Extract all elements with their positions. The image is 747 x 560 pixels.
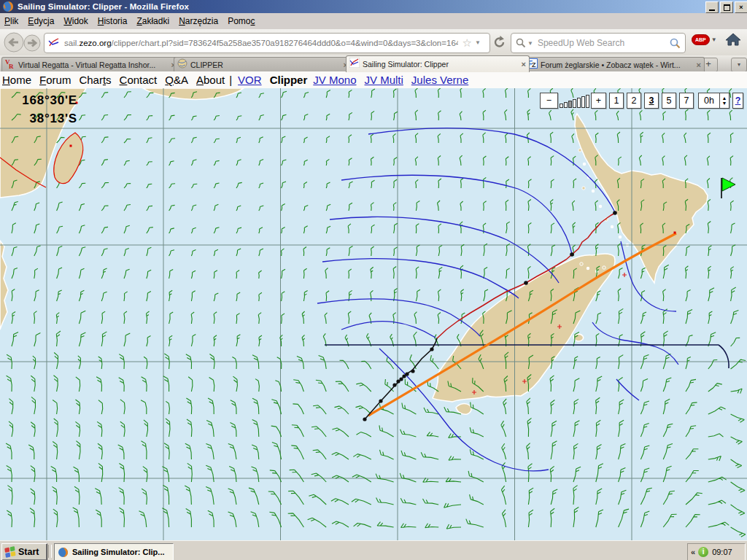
tab-title: Sailing Simulator: Clipper	[363, 60, 519, 69]
wind-barb	[249, 488, 259, 505]
wind-barb	[326, 136, 330, 143]
islet-speck	[580, 262, 583, 265]
tab-2[interactable]: CLIPPER×	[174, 57, 352, 72]
menu-zakladki[interactable]: Zakładki	[132, 15, 174, 28]
wind-barb	[596, 445, 602, 459]
minimize-icon	[709, 9, 715, 11]
tab-1[interactable]: VRVirtual Regatta - Virtual Regatta Insh…	[1, 57, 179, 72]
wind-barb	[414, 332, 417, 346]
search-box[interactable]: ▼ SpeedUp Web Search	[511, 33, 686, 53]
restore-button[interactable]	[720, 1, 733, 13]
wind-barb	[119, 488, 125, 505]
wind-barb	[371, 89, 375, 98]
wind-barb	[303, 160, 307, 166]
zoom-in-button[interactable]: +	[591, 93, 606, 109]
wind-barb	[7, 510, 12, 527]
days-button-5[interactable]: 5	[662, 93, 676, 109]
home-button[interactable]	[725, 32, 741, 47]
url-bar[interactable]: sail.zezo.org/clipper/chart.pl?sid=78362…	[44, 33, 490, 53]
wind-barb	[506, 268, 510, 279]
wind-barb	[53, 442, 57, 460]
nav-link-vor[interactable]: VOR	[238, 74, 262, 86]
chart-map[interactable]: 168°30'E 38°13'S −+123570h▲▼?	[0, 88, 747, 540]
wind-barb	[707, 179, 710, 189]
wind-barb	[311, 427, 326, 437]
svg-text:Z: Z	[532, 61, 536, 69]
taskbar-window-button[interactable]: Sailing Simulator: Clip...	[54, 543, 174, 560]
minimize-button[interactable]	[705, 1, 719, 13]
wind-barb	[401, 451, 416, 459]
days-button-1[interactable]: 1	[609, 93, 624, 109]
wind-barbs-layer	[6, 88, 746, 537]
wind-barb	[506, 88, 508, 98]
wind-barb	[144, 420, 148, 437]
wind-barb	[188, 377, 193, 392]
tab-4[interactable]: FZForum żeglarskie • Zobacz wątek - Wirt…	[524, 57, 705, 72]
wind-barb	[619, 509, 629, 527]
search-engine-dropdown-icon[interactable]: ▼	[527, 40, 533, 47]
bookmark-dropdown-icon[interactable]: ▼	[475, 39, 481, 46]
days-button-3[interactable]: 3	[644, 93, 659, 109]
wind-barb	[686, 246, 690, 256]
adblock-plus-button[interactable]: ABP ▼	[692, 34, 717, 45]
search-engine-icon[interactable]	[516, 38, 526, 48]
wind-barb	[169, 250, 174, 256]
back-forward-buttons[interactable]	[3, 31, 44, 54]
wind-barb	[423, 499, 439, 505]
taskbar-clock: 09:07	[712, 548, 732, 556]
nav-link-jv-multi[interactable]: JV Multi	[365, 74, 403, 86]
days-button-2[interactable]: 2	[627, 93, 641, 109]
wind-barb	[731, 311, 739, 324]
menu-edycja[interactable]: Edycja	[23, 15, 59, 28]
nav-link-charts[interactable]: Charts	[79, 74, 111, 86]
menu-historia[interactable]: Historia	[93, 15, 133, 28]
close-button[interactable]: ×	[735, 1, 747, 13]
menu-narzedzia[interactable]: Narzędzia	[174, 15, 223, 28]
wind-barb	[282, 292, 285, 301]
tray-chevron-icon[interactable]: «	[691, 548, 695, 556]
wind-barb	[506, 200, 508, 211]
tab-3-active[interactable]: Sailing Simulator: Clipper×	[346, 55, 530, 72]
menu-widok[interactable]: Widok	[59, 15, 93, 28]
time-spinner[interactable]: ▲▼	[720, 93, 729, 109]
wind-barb	[206, 465, 214, 482]
wind-barb	[527, 398, 530, 414]
nav-link-forum[interactable]: Forum	[39, 74, 71, 86]
wind-barb	[54, 353, 58, 370]
route-point-dot	[570, 252, 574, 257]
islet-speck	[611, 225, 614, 228]
bookmark-star-icon[interactable]: ☆	[462, 36, 472, 50]
wind-barb	[101, 332, 107, 346]
wind-barb	[124, 333, 130, 346]
reload-button[interactable]	[493, 36, 506, 49]
menu-plik[interactable]: Plik	[0, 15, 23, 28]
wind-barb	[414, 312, 417, 324]
wind-barb	[12, 223, 16, 233]
nav-link-contact[interactable]: Contact	[120, 74, 158, 86]
nav-link-q-a[interactable]: Q&A	[165, 74, 188, 86]
wind-barb	[142, 489, 147, 505]
wind-barb	[550, 132, 553, 143]
tray-info-icon[interactable]: i	[698, 547, 708, 557]
nav-link-jv-mono[interactable]: JV Mono	[313, 74, 356, 86]
start-button[interactable]: Start	[1, 543, 47, 560]
menu-pomoc[interactable]: Pomoc	[223, 15, 260, 28]
wind-barb	[551, 400, 555, 415]
help-button[interactable]: ?	[732, 93, 743, 109]
tab-close-icon[interactable]: ×	[697, 61, 701, 69]
tab-list-dropdown[interactable]: ▾	[731, 58, 747, 72]
nav-link-jules-verne[interactable]: Jules Verne	[411, 74, 468, 86]
nav-link-clipper[interactable]: Clipper	[270, 74, 308, 86]
nav-link-about[interactable]: About	[196, 74, 225, 86]
nav-link-home[interactable]: Home	[2, 74, 31, 86]
zoom-out-button[interactable]: −	[540, 93, 558, 109]
search-go-icon[interactable]	[670, 38, 681, 49]
days-button-7[interactable]: 7	[679, 93, 694, 109]
tab-close-icon[interactable]: ×	[522, 60, 526, 69]
abp-dropdown-icon[interactable]: ▼	[711, 36, 717, 43]
wind-barb	[290, 470, 304, 482]
wind-barb	[421, 452, 438, 459]
wind-barb	[236, 271, 239, 279]
wind-barb	[271, 400, 281, 414]
wind-barb	[169, 335, 173, 346]
